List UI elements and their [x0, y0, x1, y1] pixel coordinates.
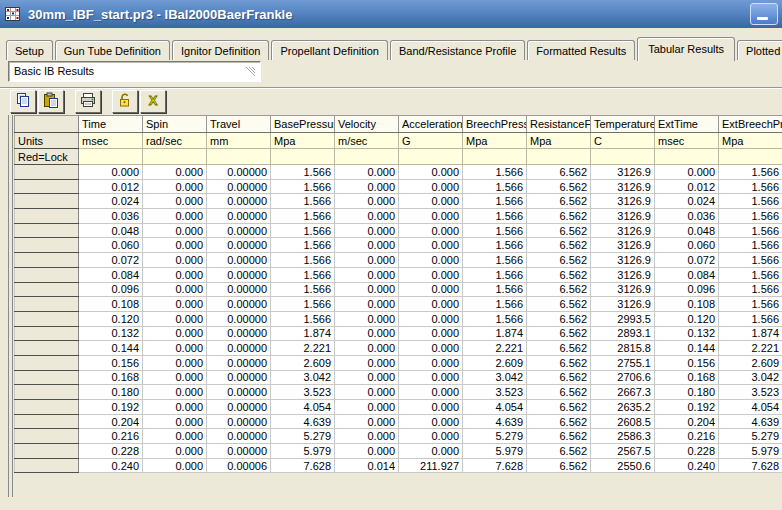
- grid-cell[interactable]: 0.000: [143, 341, 207, 356]
- grid-cell[interactable]: 0.00000: [207, 297, 271, 312]
- grid-cell[interactable]: 0.000: [335, 165, 399, 180]
- grid-cell[interactable]: 0.000: [143, 458, 207, 473]
- grid-cell[interactable]: 0.072: [655, 253, 719, 268]
- grid-cell[interactable]: 6.562: [527, 414, 591, 429]
- grid-cell[interactable]: 0.000: [143, 209, 207, 224]
- grid-cell[interactable]: 0.000: [399, 385, 463, 400]
- grid-cell[interactable]: 2706.6: [591, 370, 655, 385]
- grid-cell[interactable]: 0.216: [79, 429, 143, 444]
- grid-cell[interactable]: 3.042: [719, 370, 782, 385]
- grid-cell[interactable]: 0.000: [143, 282, 207, 297]
- grid-cell[interactable]: 0.000: [335, 370, 399, 385]
- result-set-selector[interactable]: Basic IB Results: [8, 61, 261, 82]
- grid-cell[interactable]: 0.024: [655, 194, 719, 209]
- grid-cell[interactable]: 1.566: [271, 165, 335, 180]
- grid-cell[interactable]: 2.609: [463, 355, 527, 370]
- grid-cell[interactable]: 0.156: [79, 355, 143, 370]
- grid-cell[interactable]: 1.566: [271, 253, 335, 268]
- grid-cell[interactable]: 0.000: [399, 311, 463, 326]
- grid-cell[interactable]: 3126.9: [591, 282, 655, 297]
- grid-cell[interactable]: 1.566: [719, 238, 782, 253]
- paste-button[interactable]: [38, 90, 64, 113]
- grid-cell[interactable]: 0.00000: [207, 267, 271, 282]
- grid-cell[interactable]: 2550.6: [591, 458, 655, 473]
- grid-cell[interactable]: 1.566: [463, 267, 527, 282]
- grid-cell[interactable]: 3.523: [719, 385, 782, 400]
- grid-cell[interactable]: 211.927: [399, 458, 463, 473]
- grid-cell[interactable]: 1.566: [719, 179, 782, 194]
- grid-cell[interactable]: 4.054: [271, 400, 335, 415]
- grid-cell[interactable]: 4.054: [719, 400, 782, 415]
- grid-cell[interactable]: 0.000: [143, 165, 207, 180]
- grid-cell[interactable]: 0.000: [143, 370, 207, 385]
- grid-cell[interactable]: 0.000: [143, 194, 207, 209]
- grid-cell[interactable]: 6.562: [527, 165, 591, 180]
- grid-cell[interactable]: 1.566: [463, 179, 527, 194]
- grid-cell[interactable]: 0.000: [335, 194, 399, 209]
- grid-cell[interactable]: 5.979: [463, 444, 527, 459]
- grid-cell[interactable]: 0.000: [399, 194, 463, 209]
- grid-cell[interactable]: 0.000: [399, 179, 463, 194]
- grid-cell[interactable]: 0.00000: [207, 311, 271, 326]
- grid-cell[interactable]: 0.000: [335, 355, 399, 370]
- grid-cell[interactable]: 0.00000: [207, 209, 271, 224]
- grid-cell[interactable]: 1.566: [463, 297, 527, 312]
- grid-cell[interactable]: 4.639: [463, 414, 527, 429]
- grid-cell[interactable]: 6.562: [527, 370, 591, 385]
- grid-cell[interactable]: 6.562: [527, 341, 591, 356]
- grid-cell[interactable]: 0.000: [335, 341, 399, 356]
- grid-cell[interactable]: 6.562: [527, 355, 591, 370]
- grid-cell[interactable]: 0.00000: [207, 400, 271, 415]
- grid-cell[interactable]: 0.000: [399, 253, 463, 268]
- grid-cell[interactable]: 0.00000: [207, 194, 271, 209]
- grid-cell[interactable]: 0.000: [143, 179, 207, 194]
- grid-cell[interactable]: 0.216: [655, 429, 719, 444]
- grid-cell[interactable]: 0.228: [655, 444, 719, 459]
- grid-cell[interactable]: 0.000: [143, 238, 207, 253]
- grid-cell[interactable]: 1.566: [463, 311, 527, 326]
- grid-cell[interactable]: 0.204: [79, 414, 143, 429]
- grid-cell[interactable]: 0.000: [335, 400, 399, 415]
- grid-cell[interactable]: 1.566: [719, 194, 782, 209]
- grid-cell[interactable]: 0.000: [335, 209, 399, 224]
- grid-cell[interactable]: 3126.9: [591, 223, 655, 238]
- grid-cell[interactable]: 1.566: [463, 282, 527, 297]
- grid-cell[interactable]: 1.566: [463, 209, 527, 224]
- tab-gun-tube-definition[interactable]: Gun Tube Definition: [55, 40, 170, 60]
- tab-ignitor-definition[interactable]: Ignitor Definition: [172, 40, 270, 60]
- grid-cell[interactable]: 6.562: [527, 311, 591, 326]
- grid-cell[interactable]: 0.108: [79, 297, 143, 312]
- grid-cell[interactable]: 0.000: [143, 297, 207, 312]
- grid-cell[interactable]: 0.000: [399, 223, 463, 238]
- tab-tabular-results[interactable]: Tabular Results: [637, 37, 735, 61]
- grid-cell[interactable]: 2893.1: [591, 326, 655, 341]
- grid-cell[interactable]: 0.192: [655, 400, 719, 415]
- grid-cell[interactable]: 3126.9: [591, 165, 655, 180]
- grid-cell[interactable]: 1.874: [271, 326, 335, 341]
- grid-cell[interactable]: 6.562: [527, 238, 591, 253]
- grid-cell[interactable]: 0.000: [143, 267, 207, 282]
- grid-cell[interactable]: 0.000: [143, 385, 207, 400]
- grid-cell[interactable]: 3.523: [463, 385, 527, 400]
- grid-cell[interactable]: 0.00000: [207, 282, 271, 297]
- grid-cell[interactable]: 0.000: [335, 311, 399, 326]
- grid-cell[interactable]: 0.000: [399, 165, 463, 180]
- grid-cell[interactable]: 2.221: [719, 341, 782, 356]
- grid-cell[interactable]: 0.144: [79, 341, 143, 356]
- grid-cell[interactable]: 3126.9: [591, 179, 655, 194]
- grid-cell[interactable]: 0.00000: [207, 444, 271, 459]
- grid-cell[interactable]: 0.228: [79, 444, 143, 459]
- grid-cell[interactable]: 0.000: [335, 253, 399, 268]
- tab-plotted-results[interactable]: Plotted Results: [737, 40, 782, 60]
- grid-cell[interactable]: 0.00000: [207, 326, 271, 341]
- grid-cell[interactable]: 3126.9: [591, 267, 655, 282]
- grid-cell[interactable]: 0.00000: [207, 385, 271, 400]
- grid-cell[interactable]: 0.048: [79, 223, 143, 238]
- grid-cell[interactable]: 0.000: [399, 267, 463, 282]
- grid-cell[interactable]: 7.628: [719, 458, 782, 473]
- grid-cell[interactable]: 0.000: [399, 297, 463, 312]
- grid-cell[interactable]: 0.072: [79, 253, 143, 268]
- grid-cell[interactable]: 0.000: [143, 444, 207, 459]
- grid-cell[interactable]: 0.000: [335, 282, 399, 297]
- tab-setup[interactable]: Setup: [6, 40, 53, 60]
